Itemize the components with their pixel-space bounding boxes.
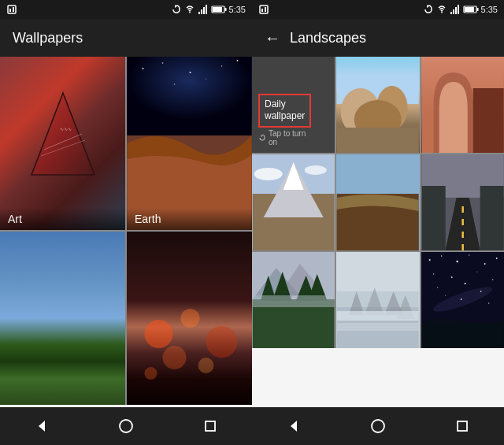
mist-item[interactable]	[336, 252, 419, 348]
svg-point-30	[145, 367, 158, 380]
left-page-title: Wallpapers	[13, 30, 83, 46]
right-page-title: Landscapes	[290, 30, 366, 46]
svg-point-26	[181, 309, 200, 328]
svg-marker-12	[32, 93, 94, 175]
forest-item[interactable]	[252, 252, 335, 348]
svg-rect-45	[465, 7, 474, 12]
mountain-item[interactable]	[252, 154, 335, 250]
landscapes-grid-item[interactable]	[0, 232, 125, 405]
svg-point-20	[221, 65, 222, 66]
svg-point-88	[441, 255, 443, 257]
svg-point-97	[464, 283, 465, 284]
svg-rect-11	[213, 7, 222, 12]
earth-grid-item[interactable]: Earth	[127, 57, 252, 230]
landscapes-row-2	[252, 154, 504, 250]
svg-rect-85	[337, 323, 419, 331]
svg-point-18	[162, 62, 164, 64]
svg-rect-35	[261, 9, 263, 12]
svg-marker-31	[39, 421, 45, 432]
svg-rect-10	[224, 8, 226, 11]
right-back-button[interactable]: ←	[265, 29, 280, 47]
daily-wallpaper-item[interactable]: Dailywallpaper Tap to turnon	[252, 57, 335, 153]
right-app-bar: ← Landscapes	[252, 19, 504, 57]
landscapes-row-1: Dailywallpaper Tap to turnon	[252, 57, 504, 153]
arch-pattern	[421, 57, 504, 153]
svg-point-100	[445, 295, 446, 295]
landscapes-layout: Dailywallpaper Tap to turnon	[252, 57, 504, 348]
home-icon	[118, 418, 134, 434]
svg-rect-8	[206, 5, 207, 14]
svg-point-29	[198, 358, 214, 373]
battery-icon	[211, 4, 227, 15]
svg-rect-76	[253, 295, 335, 307]
svg-rect-44	[476, 8, 478, 11]
sim-icon	[6, 4, 17, 15]
right-battery-icon	[463, 4, 479, 15]
daily-wallpaper-title: Dailywallpaper	[265, 98, 305, 123]
svg-rect-5	[198, 12, 200, 14]
svg-rect-1	[9, 9, 11, 12]
svg-point-32	[120, 420, 132, 432]
left-bottom-nav	[0, 407, 252, 445]
valley-item[interactable]	[336, 154, 419, 250]
recents-button[interactable]	[195, 410, 226, 442]
svg-point-21	[237, 60, 239, 61]
back-icon	[34, 418, 50, 434]
svg-rect-0	[8, 6, 16, 13]
right-back-icon	[286, 418, 302, 434]
right-rotate-icon	[423, 4, 434, 15]
right-back-nav-button[interactable]	[278, 410, 309, 442]
right-home-icon	[370, 418, 386, 434]
right-status-bar-right: 5:35	[423, 4, 498, 15]
right-bottom-nav	[252, 407, 504, 445]
svg-rect-42	[458, 5, 459, 14]
svg-point-38	[441, 12, 443, 13]
right-home-button[interactable]	[362, 410, 394, 442]
art-grid-item[interactable]: ∿∿∿ Art	[0, 57, 125, 230]
rocks-pattern	[336, 57, 419, 153]
art-background: ∿∿∿	[0, 57, 125, 230]
mist-pattern	[336, 252, 419, 348]
svg-rect-84	[337, 311, 419, 321]
svg-rect-40	[453, 9, 454, 14]
svg-point-27	[206, 326, 238, 358]
city-grid-item[interactable]	[127, 232, 252, 405]
right-recents-button[interactable]	[447, 410, 478, 442]
home-button[interactable]	[110, 410, 142, 442]
road-item[interactable]	[421, 154, 504, 250]
stars-item[interactable]	[421, 252, 504, 348]
svg-point-87	[428, 259, 430, 261]
back-button[interactable]	[26, 410, 57, 442]
svg-point-59	[305, 165, 327, 175]
svg-rect-104	[421, 323, 503, 348]
daily-wallpaper-box: Dailywallpaper	[258, 94, 311, 128]
svg-point-92	[495, 258, 497, 259]
wifi-icon	[184, 4, 195, 15]
svg-point-102	[488, 302, 490, 304]
svg-rect-33	[206, 421, 215, 431]
mountain-triangle: ∿∿∿	[16, 80, 110, 206]
svg-rect-16	[128, 57, 252, 135]
svg-rect-53	[472, 88, 503, 153]
svg-point-95	[476, 271, 477, 272]
arch-item[interactable]	[421, 57, 504, 153]
rocks-item[interactable]	[336, 57, 419, 153]
svg-point-98	[437, 287, 438, 287]
svg-point-93	[433, 273, 435, 275]
svg-rect-2	[13, 7, 14, 12]
status-bar-left-icons	[6, 4, 17, 15]
right-status-bar: 5:35	[252, 0, 504, 19]
svg-point-19	[190, 72, 191, 73]
road-pattern	[421, 154, 504, 250]
landscape-background	[0, 232, 125, 405]
left-content: ∿∿∿ Art	[0, 57, 252, 407]
rotate-icon	[171, 4, 182, 15]
svg-rect-7	[203, 7, 205, 14]
art-label: Art	[0, 208, 125, 230]
landscapes-row-3	[252, 252, 504, 348]
svg-point-25	[145, 320, 173, 348]
svg-rect-60	[337, 154, 419, 194]
right-wifi-icon	[436, 4, 447, 15]
svg-rect-41	[455, 7, 457, 14]
wallpaper-grid: ∿∿∿ Art	[0, 57, 252, 405]
